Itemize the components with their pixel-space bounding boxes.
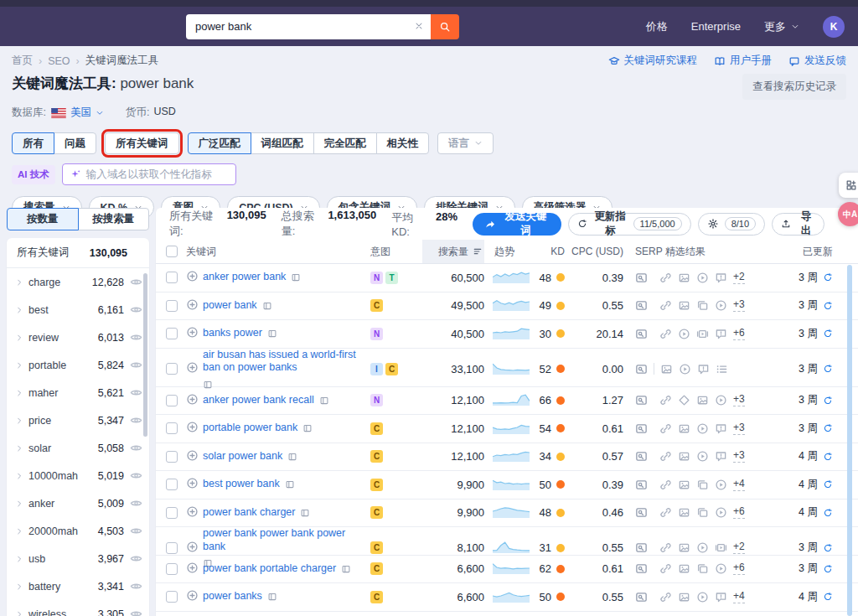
serp-preview-icon[interactable] bbox=[635, 363, 648, 375]
course-link[interactable]: 关键词研究课程 bbox=[608, 54, 698, 68]
plus-circle-icon[interactable] bbox=[186, 477, 199, 489]
serp-preview-icon[interactable] bbox=[635, 541, 648, 554]
plus-circle-icon[interactable] bbox=[186, 541, 199, 553]
toggle-by-volume[interactable]: 按搜索量 bbox=[78, 208, 150, 230]
col-serp[interactable]: SERP 精选结果 bbox=[623, 245, 732, 259]
keyword-link[interactable]: anker power bank recall bbox=[203, 394, 314, 407]
export-button[interactable]: 导出 bbox=[772, 213, 824, 236]
select-all-checkbox[interactable] bbox=[166, 246, 178, 257]
keyword-link[interactable]: power banks bbox=[203, 590, 262, 603]
row-checkbox[interactable] bbox=[166, 507, 178, 519]
keyword-link[interactable]: power bank charger bbox=[203, 506, 295, 520]
plus-circle-icon[interactable] bbox=[186, 589, 199, 602]
eye-icon[interactable] bbox=[130, 303, 142, 316]
row-checkbox[interactable] bbox=[166, 542, 178, 554]
col-updated[interactable]: 已更新 bbox=[732, 245, 858, 259]
refresh-icon[interactable] bbox=[823, 364, 833, 374]
row-checkbox[interactable] bbox=[166, 422, 178, 434]
refresh-icon[interactable] bbox=[823, 479, 833, 489]
row-checkbox[interactable] bbox=[166, 328, 178, 339]
feedback-link[interactable]: 发送反馈 bbox=[788, 54, 846, 68]
eye-icon[interactable] bbox=[130, 414, 142, 427]
eye-icon[interactable] bbox=[130, 276, 142, 288]
domain-input[interactable]: 输入域名以获取个性化指标 bbox=[62, 163, 236, 185]
sidebar-group-item[interactable]: anker5,009 bbox=[7, 489, 149, 517]
sidebar-group-item[interactable]: solar5,058 bbox=[7, 434, 149, 462]
plus-circle-icon[interactable] bbox=[186, 326, 199, 339]
col-intent[interactable]: 意图 bbox=[370, 245, 422, 259]
eye-icon[interactable] bbox=[130, 386, 142, 399]
refresh-icon[interactable] bbox=[823, 592, 833, 602]
sidebar-group-item[interactable]: 20000mah4,503 bbox=[7, 517, 149, 545]
plus-circle-icon[interactable] bbox=[186, 562, 199, 574]
refresh-icon[interactable] bbox=[823, 272, 833, 282]
toggle-by-number[interactable]: 按数量 bbox=[7, 208, 79, 230]
eye-icon[interactable] bbox=[130, 331, 142, 344]
refresh-metrics-button[interactable]: 更新指标11/5,000 bbox=[568, 213, 691, 236]
tab-related[interactable]: 相关性 bbox=[376, 132, 430, 154]
sidebar-group-item[interactable]: price5,347 bbox=[7, 406, 149, 434]
keyword-link[interactable]: best power bank bbox=[203, 478, 280, 491]
manual-link[interactable]: 用户手册 bbox=[714, 54, 772, 68]
plus-circle-icon[interactable] bbox=[186, 361, 199, 374]
plus-circle-icon[interactable] bbox=[186, 298, 199, 311]
row-checkbox[interactable] bbox=[166, 300, 178, 312]
sidebar-scrollbar[interactable] bbox=[143, 273, 147, 437]
plus-circle-icon[interactable] bbox=[186, 421, 199, 433]
row-checkbox[interactable] bbox=[166, 363, 178, 375]
serp-preview-icon[interactable] bbox=[635, 562, 648, 575]
serp-preview-icon[interactable] bbox=[635, 328, 648, 340]
columns-settings-button[interactable]: 8/10 bbox=[698, 213, 765, 236]
keyword-link[interactable]: anker power bank bbox=[203, 271, 286, 284]
tab-language[interactable]: 语言 bbox=[437, 132, 494, 154]
keyword-link[interactable]: power bank portable charger bbox=[203, 562, 336, 576]
col-cpc[interactable]: CPC (USD) bbox=[565, 246, 623, 257]
eye-icon[interactable] bbox=[130, 469, 142, 482]
eye-icon[interactable] bbox=[130, 525, 142, 537]
widgets-toggle-button[interactable] bbox=[839, 173, 858, 198]
serp-preview-icon[interactable] bbox=[635, 450, 648, 463]
keyword-link[interactable]: air busan has issued a world-first ban o… bbox=[203, 349, 364, 375]
tab-exact-match[interactable]: 完全匹配 bbox=[313, 132, 377, 154]
refresh-icon[interactable] bbox=[823, 329, 833, 339]
serp-preview-icon[interactable] bbox=[635, 591, 648, 603]
plus-circle-icon[interactable] bbox=[186, 505, 199, 518]
serp-preview-icon[interactable] bbox=[635, 506, 648, 519]
serp-preview-icon[interactable] bbox=[635, 479, 648, 491]
serp-preview-icon[interactable] bbox=[635, 422, 648, 435]
nav-more[interactable]: 更多 bbox=[764, 19, 799, 34]
eye-icon[interactable] bbox=[130, 552, 142, 565]
search-button[interactable] bbox=[431, 14, 459, 39]
eye-icon[interactable] bbox=[130, 608, 142, 616]
refresh-icon[interactable] bbox=[823, 301, 833, 311]
keyword-link[interactable]: solar power bank bbox=[203, 450, 282, 463]
sidebar-group-item[interactable]: wireless3,305 bbox=[7, 600, 149, 616]
col-volume[interactable]: 搜索量 bbox=[422, 240, 484, 263]
col-kd[interactable]: KD bbox=[526, 246, 565, 257]
translate-fab[interactable]: 中A bbox=[838, 202, 858, 226]
sidebar-group-item[interactable]: maher5,621 bbox=[7, 379, 149, 406]
serp-preview-icon[interactable] bbox=[635, 272, 648, 284]
keyword-link[interactable]: power bank bbox=[203, 299, 257, 313]
breadcrumb-seo[interactable]: SEO bbox=[48, 55, 70, 67]
user-avatar[interactable]: K bbox=[823, 16, 845, 38]
eye-icon[interactable] bbox=[130, 359, 142, 371]
tab-questions[interactable]: 问题 bbox=[54, 132, 96, 154]
search-history-button[interactable]: 查看搜索历史记录 bbox=[742, 74, 846, 100]
plus-circle-icon[interactable] bbox=[186, 449, 199, 462]
eye-icon[interactable] bbox=[130, 580, 142, 593]
all-keywords-row[interactable]: 所有关键词130,095 bbox=[7, 238, 149, 268]
tab-broad-match[interactable]: 广泛匹配 bbox=[188, 132, 251, 154]
sidebar-group-item[interactable]: best6,161 bbox=[7, 296, 149, 324]
refresh-icon[interactable] bbox=[823, 564, 833, 574]
row-checkbox[interactable] bbox=[166, 451, 178, 463]
row-checkbox[interactable] bbox=[166, 272, 178, 283]
nav-enterprise[interactable]: Enterprise bbox=[691, 20, 741, 33]
refresh-icon[interactable] bbox=[823, 508, 833, 518]
row-checkbox[interactable] bbox=[166, 563, 178, 575]
col-trend[interactable]: 趋势 bbox=[484, 245, 526, 259]
serp-preview-icon[interactable] bbox=[635, 394, 648, 406]
refresh-icon[interactable] bbox=[823, 543, 833, 553]
plus-circle-icon[interactable] bbox=[186, 393, 199, 406]
tab-all-keywords[interactable]: 所有关键词 bbox=[105, 132, 179, 154]
